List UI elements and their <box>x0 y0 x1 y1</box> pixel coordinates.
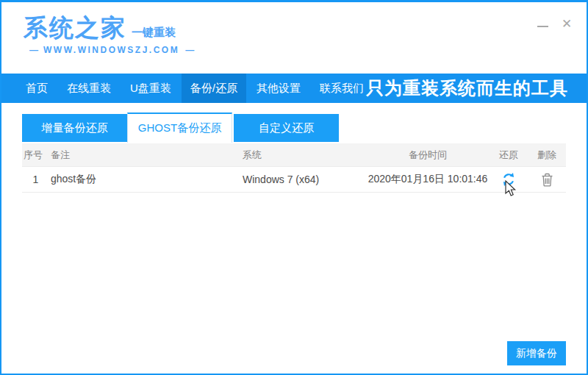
col-header-system: 系统 <box>241 149 366 162</box>
dash-left: — <box>29 45 37 55</box>
minimize-icon <box>537 26 548 27</box>
app-window: 系统之家 一键重装 — WWW.WINDOWSZJ.COM — ✕ 首页 在线重… <box>0 0 588 375</box>
cell-index: 1 <box>22 174 49 185</box>
table-row: 1 ghost备份 Windows 7 (x64) 2020年01月16日 10… <box>22 167 566 193</box>
col-header-backup-time: 备份时间 <box>366 149 490 162</box>
website-text: WWW.WINDOWSZJ.COM <box>43 45 179 55</box>
delete-button[interactable] <box>528 167 566 192</box>
brand-logo: 系统之家 一键重装 — WWW.WINDOWSZJ.COM — <box>24 15 199 55</box>
nav-item-other-settings[interactable]: 其他设置 <box>248 74 309 103</box>
col-header-index: 序号 <box>22 149 49 162</box>
cell-backup-time: 2020年01月16日 10:01:46 <box>366 173 490 186</box>
restore-refresh-icon <box>501 172 516 187</box>
cell-note: ghost备份 <box>49 173 241 186</box>
nav-item-usb-reinstall[interactable]: U盘重装 <box>121 74 180 103</box>
nav-item-backup-restore[interactable]: 备份/还原 <box>182 74 246 103</box>
col-header-note: 备注 <box>49 149 241 162</box>
table-header-row: 序号 备注 系统 备份时间 还原 删除 <box>22 143 566 167</box>
logo-website: — WWW.WINDOWSZJ.COM — <box>24 45 199 55</box>
col-header-delete: 删除 <box>528 149 566 162</box>
restore-button[interactable] <box>490 167 528 192</box>
dash-right: — <box>185 45 193 55</box>
nav-slogan: 只为重装系统而生的工具 <box>366 74 568 103</box>
tab-incremental-backup-restore[interactable]: 增量备份还原 <box>22 114 127 142</box>
col-header-restore: 还原 <box>490 149 528 162</box>
logo-subtitle: 一键重装 <box>132 26 176 38</box>
minimize-button[interactable] <box>534 17 553 33</box>
nav-item-contact-us[interactable]: 联系我们 <box>311 74 373 103</box>
tab-ghost-backup-restore[interactable]: GHOST备份还原 <box>127 113 232 143</box>
cell-system: Windows 7 (x64) <box>241 174 366 185</box>
add-backup-button[interactable]: 新增备份 <box>507 341 566 365</box>
close-button[interactable]: ✕ <box>557 17 576 33</box>
window-controls: ✕ <box>534 17 576 33</box>
backup-tabs: 增量备份还原 GHOST备份还原 自定义还原 <box>22 114 339 142</box>
nav-item-online-reinstall[interactable]: 在线重装 <box>58 74 120 103</box>
tab-custom-restore[interactable]: 自定义还原 <box>234 114 339 142</box>
nav-item-home[interactable]: 首页 <box>17 74 57 103</box>
close-icon: ✕ <box>562 17 572 31</box>
logo-title: 系统之家 <box>24 15 126 40</box>
main-nav: 首页 在线重装 U盘重装 备份/还原 其他设置 联系我们 只为重装系统而生的工具 <box>1 74 587 103</box>
trash-icon <box>541 173 553 187</box>
app-header: 系统之家 一键重装 — WWW.WINDOWSZJ.COM — ✕ <box>1 2 587 74</box>
backup-table: 序号 备注 系统 备份时间 还原 删除 1 ghost备份 Windows 7 … <box>22 143 566 193</box>
